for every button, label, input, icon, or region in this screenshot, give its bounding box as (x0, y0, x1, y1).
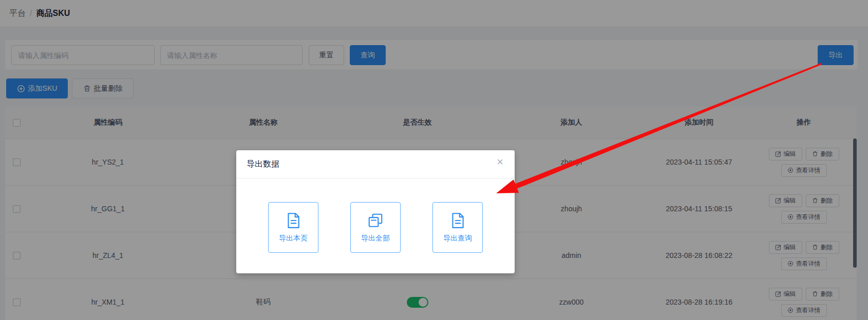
export-current-page-label: 导出本页 (279, 234, 308, 243)
export-query-label: 导出查询 (443, 234, 472, 243)
sku-management-page: 平台 / 商品SKU 重置 查询 导出 添加SKU 批量删除 属性编码 属性名称… (0, 0, 868, 320)
modal-body: 导出本页 导出全部 导出查询 (236, 178, 515, 253)
export-query-option[interactable]: 导出查询 (432, 202, 483, 253)
export-current-page-option[interactable]: 导出本页 (268, 202, 318, 253)
export-all-option[interactable]: 导出全部 (350, 202, 401, 253)
file-copy-icon (367, 212, 384, 229)
close-icon[interactable]: × (497, 156, 503, 168)
export-all-label: 导出全部 (361, 234, 390, 243)
file-document-icon (449, 212, 466, 229)
export-data-modal: 导出数据 × 导出本页 导出全部 (236, 150, 515, 273)
modal-header: 导出数据 (236, 150, 515, 178)
file-document-icon (285, 212, 302, 229)
modal-title: 导出数据 (247, 159, 279, 170)
